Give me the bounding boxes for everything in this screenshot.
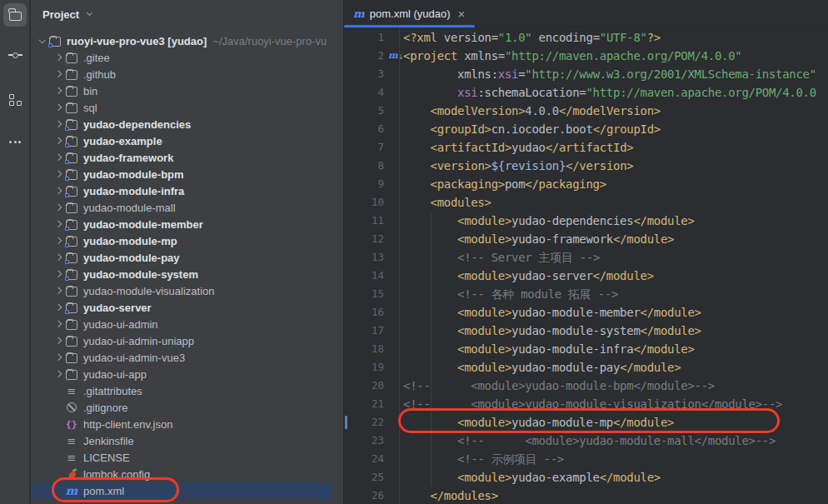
code-line-26[interactable]: 26 </modules> bbox=[344, 487, 828, 504]
chevron-right-icon[interactable] bbox=[52, 334, 65, 347]
code-line-17[interactable]: 17 <module>yudao-module-system</module> bbox=[344, 322, 828, 340]
tree-item-yudao-module-visualization[interactable]: yudao-module-visualization bbox=[31, 282, 343, 299]
tool-more-button[interactable] bbox=[0, 127, 30, 157]
code-line-13[interactable]: 13 <!-- Server 主项目 --> bbox=[344, 248, 828, 267]
chevron-right-icon[interactable] bbox=[52, 201, 65, 214]
tree-item-.gitee[interactable]: .gitee bbox=[31, 49, 343, 66]
chevron-down-icon[interactable] bbox=[36, 34, 48, 47]
chevron-right-icon[interactable] bbox=[52, 317, 65, 331]
code-area[interactable]: 1<?xml version="1.0" encoding="UTF-8"?>2… bbox=[344, 28, 828, 504]
chevron-right-icon[interactable] bbox=[52, 367, 65, 381]
gutter: 21 bbox=[344, 395, 400, 413]
code-line-19[interactable]: 19 <module>yudao-module-pay</module> bbox=[344, 358, 828, 377]
tab-pom-xml[interactable]: m pom.xml (yudao) × bbox=[344, 0, 475, 27]
code-line-14[interactable]: 14 <module>yudao-server</module> bbox=[344, 267, 828, 285]
folder-icon bbox=[65, 367, 78, 381]
code-line-21[interactable]: 21<!-- <module>yudao-module-visualizatio… bbox=[344, 395, 828, 413]
tree-item-label: yudao-ui-admin bbox=[83, 318, 158, 331]
chevron-right-icon[interactable] bbox=[52, 217, 65, 231]
code-line-11[interactable]: 11 <module>yudao-dependencies</module> bbox=[344, 212, 828, 230]
chevron-right-icon[interactable] bbox=[52, 167, 65, 181]
tree-item-label: yudao-module-member bbox=[83, 218, 203, 231]
caret-line-indicator bbox=[345, 416, 347, 429]
maven-sync-gutter-icon[interactable]: m bbox=[388, 47, 398, 64]
tree-item-yudao-module-mall[interactable]: yudao-module-mall bbox=[31, 199, 343, 216]
code-line-9[interactable]: 9 <packaging>pom</packaging> bbox=[344, 175, 828, 193]
code-line-24[interactable]: 24 <!-- 示例项目 --> bbox=[344, 450, 828, 468]
tree-item-yudao-module-pay[interactable]: yudao-module-pay bbox=[31, 249, 343, 266]
tree-item-.github[interactable]: .github bbox=[31, 66, 343, 82]
tree-item-yudao-module-member[interactable]: yudao-module-member bbox=[31, 216, 343, 232]
tree-item-ruoyi-vue-pro-vue3[interactable]: ruoyi-vue-pro-vue3 [yudao]~/Java/ruoyi-v… bbox=[31, 32, 343, 49]
tool-structure-button[interactable] bbox=[0, 85, 30, 115]
code-line-7[interactable]: 7 <artifactId>yudao</artifactId> bbox=[344, 138, 828, 157]
tree-item-yudao-module-infra[interactable]: yudao-module-infra bbox=[31, 182, 343, 199]
tree-item-yudao-module-bpm[interactable]: yudao-module-bpm bbox=[31, 166, 343, 182]
code-line-2[interactable]: 2m<project xmlns="http://maven.apache.or… bbox=[344, 47, 828, 65]
tool-commit-button[interactable] bbox=[0, 40, 30, 70]
tree-item-yudao-ui-admin[interactable]: yudao-ui-admin bbox=[31, 316, 343, 332]
line-number: 20 bbox=[372, 377, 384, 395]
lombok-icon bbox=[65, 467, 78, 481]
line-number: 16 bbox=[372, 303, 384, 322]
chevron-right-icon[interactable] bbox=[52, 301, 65, 314]
code-line-6[interactable]: 6 <groupId>cn.iocoder.boot</groupId> bbox=[344, 120, 828, 138]
code-line-18[interactable]: 18 <module>yudao-module-infra</module> bbox=[344, 340, 828, 358]
chevron-spacer bbox=[52, 434, 65, 447]
tree-item-yudao-framework[interactable]: yudao-framework bbox=[31, 149, 343, 166]
code-line-25[interactable]: 25 <module>yudao-example</module> bbox=[344, 468, 828, 487]
tree-item-bin[interactable]: bin bbox=[31, 82, 343, 99]
tree-item-yudao-ui-app[interactable]: yudao-ui-app bbox=[31, 366, 343, 382]
code-line-15[interactable]: 15 <!-- 各种 module 拓展 --> bbox=[344, 285, 828, 303]
tree-item-lombok.config[interactable]: lombok.config bbox=[31, 466, 343, 482]
chevron-right-icon[interactable] bbox=[52, 84, 65, 97]
tree-item-yudao-ui-admin-vue3[interactable]: yudao-ui-admin-vue3 bbox=[31, 349, 343, 366]
chevron-right-icon[interactable] bbox=[52, 67, 65, 81]
chevron-right-icon[interactable] bbox=[52, 251, 65, 264]
chevron-right-icon[interactable] bbox=[52, 234, 65, 247]
tool-project-button[interactable] bbox=[0, 0, 30, 30]
code-text: </modules> bbox=[400, 487, 498, 504]
line-number: 9 bbox=[377, 175, 384, 193]
chevron-right-icon[interactable] bbox=[52, 134, 65, 147]
tree-item-.gitattributes[interactable]: ≡.gitattributes bbox=[31, 382, 343, 399]
code-line-16[interactable]: 16 <module>yudao-module-member</module> bbox=[344, 303, 828, 322]
code-line-23[interactable]: 23 <!-- <module>yudao-module-mall</modul… bbox=[344, 432, 828, 450]
chevron-right-icon[interactable] bbox=[52, 101, 65, 114]
tree-item-yudao-example[interactable]: yudao-example bbox=[31, 132, 343, 149]
tree-item-yudao-module-system[interactable]: yudao-module-system bbox=[31, 266, 343, 282]
chevron-right-icon[interactable] bbox=[52, 284, 65, 297]
line-number: 14 bbox=[372, 267, 384, 285]
chevron-spacer bbox=[52, 451, 65, 464]
chevron-right-icon[interactable] bbox=[52, 117, 65, 131]
code-line-1[interactable]: 1<?xml version="1.0" encoding="UTF-8"?> bbox=[344, 28, 828, 47]
code-line-22[interactable]: 22 <module>yudao-module-mp</module> bbox=[344, 413, 828, 432]
module-folder-icon bbox=[65, 167, 78, 181]
code-line-8[interactable]: 8 <version>${revision}</version> bbox=[344, 157, 828, 175]
code-line-3[interactable]: 3 xmlns:xsi="http://www.w3.org/2001/XMLS… bbox=[344, 65, 828, 83]
chevron-right-icon[interactable] bbox=[52, 184, 65, 197]
chevron-right-icon[interactable] bbox=[52, 267, 65, 281]
tree-item-http-client.env.json[interactable]: {}http-client.env.json bbox=[31, 416, 343, 432]
code-line-5[interactable]: 5 <modelVersion>4.0.0</modelVersion> bbox=[344, 102, 828, 120]
code-line-12[interactable]: 12 <module>yudao-framework</module> bbox=[344, 230, 828, 248]
close-icon[interactable]: × bbox=[458, 7, 466, 20]
project-panel-header[interactable]: Project bbox=[31, 0, 343, 28]
line-number: 15 bbox=[372, 285, 384, 303]
tree-item-yudao-ui-admin-uniapp[interactable]: yudao-ui-admin-uniapp bbox=[31, 332, 343, 349]
code-line-10[interactable]: 10 <modules> bbox=[344, 193, 828, 212]
tree-item-yudao-module-mp[interactable]: yudao-module-mp bbox=[31, 232, 343, 249]
chevron-right-icon[interactable] bbox=[52, 351, 65, 364]
tree-item-.gitignore[interactable]: .gitignore bbox=[31, 399, 343, 416]
tree-item-LICENSE[interactable]: ≡LICENSE bbox=[31, 449, 343, 466]
tree-item-yudao-server[interactable]: yudao-server bbox=[31, 299, 343, 316]
tree-item-sql[interactable]: sql bbox=[31, 99, 343, 116]
chevron-spacer bbox=[52, 417, 65, 431]
chevron-right-icon[interactable] bbox=[52, 151, 65, 164]
tree-item-Jenkinsfile[interactable]: ≡Jenkinsfile bbox=[31, 432, 343, 449]
code-line-4[interactable]: 4 xsi:schemaLocation="http://maven.apach… bbox=[344, 83, 828, 102]
chevron-right-icon[interactable] bbox=[52, 51, 65, 64]
tree-item-pom.xml[interactable]: mpom.xml bbox=[31, 482, 332, 499]
code-line-20[interactable]: 20<!-- <module>yudao-module-bpm</module>… bbox=[344, 377, 828, 395]
tree-item-yudao-dependencies[interactable]: yudao-dependencies bbox=[31, 116, 343, 132]
